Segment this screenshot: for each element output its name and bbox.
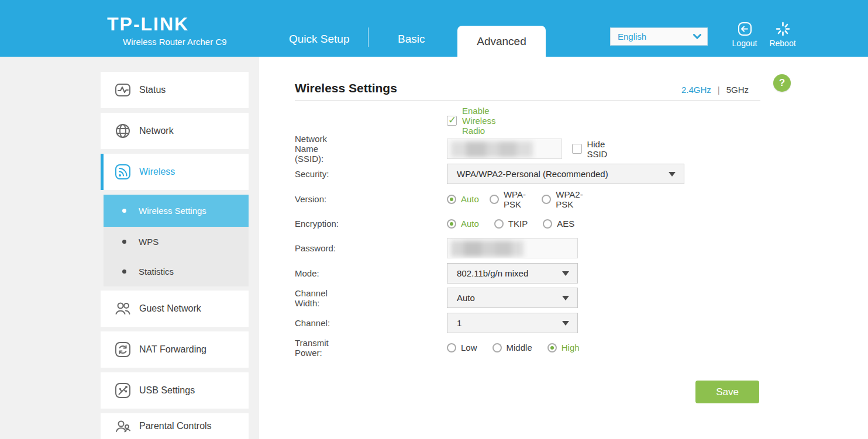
device-model: Wireless Router Archer C9 (123, 37, 227, 47)
question-mark-icon: ? (779, 77, 785, 89)
caret-down-icon (562, 271, 569, 276)
status-icon (114, 81, 132, 99)
enable-wireless-checkbox[interactable] (447, 116, 457, 126)
hide-ssid-checkbox[interactable] (572, 144, 582, 154)
encryption-auto-radio[interactable] (447, 219, 456, 229)
sidebar-item-usb-settings[interactable]: USB Settings (101, 372, 249, 409)
channel-width-dropdown[interactable]: Auto (447, 288, 578, 308)
guest-network-icon (114, 300, 132, 317)
ssid-label: Network Name (SSID): (295, 134, 327, 164)
version-label: Version: (295, 194, 326, 204)
band-2-4ghz-link[interactable]: 2.4GHz (681, 85, 711, 95)
redacted-password-value (451, 241, 523, 257)
transmit-low-label[interactable]: Low (461, 343, 477, 352)
brand-logo: TP-LINK Wireless Router Archer C9 (107, 14, 227, 47)
help-button[interactable]: ? (773, 74, 791, 92)
encryption-auto-label[interactable]: Auto (461, 219, 479, 229)
encryption-tkip-radio[interactable] (494, 219, 504, 229)
reboot-label: Reboot (769, 39, 795, 48)
tab-quick-setup[interactable]: Quick Setup (289, 33, 350, 46)
sidebar-item-parental-controls[interactable]: Parental Controls (101, 413, 249, 439)
hide-ssid-label[interactable]: Hide SSID (587, 139, 623, 159)
wireless-submenu: Wireless Settings WPS Statistics (104, 195, 249, 286)
version-wpa2-psk-label[interactable]: WPA2-PSK (556, 189, 587, 209)
sidebar-panel: Status Network Wireless Wireless Setting… (0, 57, 259, 439)
version-wpa-psk-label[interactable]: WPA-PSK (504, 189, 531, 209)
caret-down-icon (669, 172, 676, 177)
channel-dropdown[interactable]: 1 (447, 313, 578, 333)
security-label: Security: (295, 169, 329, 179)
password-label: Password: (295, 243, 336, 253)
sidebar-item-label: Guest Network (139, 303, 201, 314)
submenu-item-wps[interactable]: WPS (104, 227, 249, 257)
nat-forwarding-icon (114, 341, 132, 358)
title-divider (295, 101, 760, 101)
sidebar-item-label: Parental Controls (139, 421, 212, 431)
transmit-high-radio[interactable] (547, 343, 557, 352)
security-dropdown[interactable]: WPA/WPA2-Personal (Recommended) (447, 164, 684, 184)
password-input[interactable] (447, 238, 578, 258)
caret-down-icon (562, 321, 569, 326)
transmit-power-label: Transmit Power: (295, 338, 329, 358)
sidebar-item-status[interactable]: Status (101, 72, 249, 108)
band-5ghz-link[interactable]: 5GHz (726, 85, 749, 95)
usb-settings-icon (114, 382, 132, 399)
transmit-high-label[interactable]: High (562, 343, 580, 352)
parental-controls-icon (114, 417, 132, 435)
sidebar-item-label: Wireless (139, 167, 175, 177)
sidebar-item-label: NAT Forwarding (139, 344, 206, 355)
top-header: TP-LINK Wireless Router Archer C9 Quick … (0, 0, 868, 57)
transmit-low-radio[interactable] (447, 343, 456, 352)
sidebar-item-nat-forwarding[interactable]: NAT Forwarding (101, 331, 249, 368)
tab-basic[interactable]: Basic (398, 33, 425, 46)
channel-value: 1 (457, 318, 461, 328)
tab-advanced[interactable]: Advanced (457, 26, 546, 57)
channel-width-value: Auto (457, 293, 475, 303)
sidebar-item-label: Network (139, 126, 174, 136)
transmit-middle-label[interactable]: Middle (507, 343, 532, 352)
mode-dropdown[interactable]: 802.11b/g/n mixed (447, 263, 578, 284)
encryption-aes-radio[interactable] (543, 219, 552, 229)
sidebar-item-network[interactable]: Network (101, 113, 249, 149)
mode-value: 802.11b/g/n mixed (457, 268, 528, 278)
submenu-item-wireless-settings[interactable]: Wireless Settings (104, 195, 249, 227)
bullet-icon (122, 240, 126, 244)
language-value: English (618, 32, 646, 42)
bullet-icon (122, 209, 126, 213)
band-switcher: 2.4GHz | 5GHz (681, 85, 749, 95)
mode-label: Mode: (295, 268, 319, 278)
wireless-icon (114, 163, 132, 181)
channel-width-label: Channel Width: (295, 288, 328, 308)
security-value: WPA/WPA2-Personal (Recommended) (457, 169, 608, 179)
transmit-middle-radio[interactable] (492, 343, 502, 352)
main-content: Wireless Settings 2.4GHz | 5GHz ? Enable… (259, 57, 868, 439)
encryption-tkip-label[interactable]: TKIP (508, 219, 528, 229)
version-auto-radio[interactable] (447, 195, 456, 204)
version-wpa-psk-radio[interactable] (490, 195, 499, 204)
logout-icon (737, 21, 753, 37)
version-wpa2-psk-radio[interactable] (542, 195, 551, 204)
submenu-item-label: WPS (139, 237, 159, 247)
submenu-item-label: Wireless Settings (139, 206, 206, 216)
sidebar-item-guest-network[interactable]: Guest Network (101, 291, 249, 327)
chevron-down-icon (693, 34, 701, 39)
logout-label: Logout (732, 39, 757, 48)
channel-label: Channel: (295, 318, 330, 328)
version-auto-label[interactable]: Auto (461, 194, 479, 204)
enable-wireless-label[interactable]: Enable Wireless Radio (462, 106, 496, 136)
logout-button[interactable]: Logout (727, 21, 762, 48)
logo-text: TP-LINK (107, 14, 227, 34)
language-select[interactable]: English (610, 27, 708, 46)
sidebar-item-wireless[interactable]: Wireless (101, 154, 249, 190)
sidebar-item-label: Status (139, 85, 166, 95)
page-title: Wireless Settings (295, 81, 397, 95)
save-button[interactable]: Save (695, 381, 759, 403)
submenu-item-statistics[interactable]: Statistics (104, 257, 249, 286)
encryption-aes-label[interactable]: AES (557, 219, 574, 229)
caret-down-icon (562, 296, 569, 300)
submenu-item-label: Statistics (139, 267, 174, 276)
ssid-input[interactable] (447, 139, 562, 159)
reboot-button[interactable]: Reboot (765, 21, 800, 48)
band-separator: | (718, 85, 720, 95)
bullet-icon (122, 269, 126, 274)
